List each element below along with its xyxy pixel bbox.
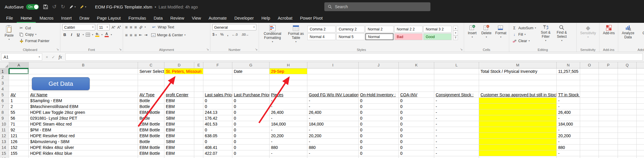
- cell-A2[interactable]: [9, 74, 29, 80]
- format-cells-button[interactable]: Format ▾: [494, 24, 508, 39]
- decrease-indent-icon[interactable]: ⇤: [139, 33, 142, 37]
- cell-J8[interactable]: 0: [359, 109, 399, 115]
- menu-tab-insert[interactable]: Insert: [57, 13, 76, 23]
- paste-button[interactable]: Paste ▾: [1, 24, 17, 42]
- row-header-8[interactable]: 8: [0, 109, 9, 115]
- create-pdf-button[interactable]: Create PDF: [639, 24, 644, 40]
- menu-tab-help[interactable]: Help: [258, 13, 274, 23]
- addins-button[interactable]: Add-ins: [602, 24, 616, 36]
- cell-H9[interactable]: -: [270, 115, 307, 121]
- cell-R4[interactable]: [637, 86, 644, 92]
- italic-button[interactable]: I: [69, 32, 74, 37]
- cell-B9[interactable]: 0291881- Lysol 28oz PET: [29, 115, 138, 121]
- cell-K1[interactable]: [399, 68, 434, 74]
- cell-O7[interactable]: [580, 104, 599, 109]
- menu-tab-macros[interactable]: Macros: [36, 13, 57, 23]
- col-header-B[interactable]: B: [29, 62, 138, 68]
- alignment-dialog-launcher[interactable]: ↘: [206, 47, 209, 51]
- menu-tab-power-pivot[interactable]: Power Pivot: [296, 13, 326, 23]
- cell-K14[interactable]: 0: [399, 145, 434, 150]
- cell-K15[interactable]: 0: [399, 150, 434, 156]
- cell-D10[interactable]: EBM: [164, 121, 194, 127]
- cell-O4[interactable]: [580, 86, 599, 92]
- draw-pen-button[interactable]: ▾: [69, 5, 76, 9]
- cell-O11[interactable]: [580, 127, 599, 133]
- cell-F7[interactable]: 0: [203, 104, 232, 109]
- cell-I16[interactable]: [307, 156, 359, 158]
- menu-tab-home[interactable]: Home: [17, 13, 36, 23]
- autosave-switch[interactable]: On: [26, 4, 39, 10]
- cell-B8[interactable]: HDPE Law Toggle 28oz green: [29, 109, 138, 115]
- cell-O5[interactable]: [580, 92, 599, 98]
- cell-B7[interactable]: $Maschinenstillstand EBM: [29, 104, 138, 109]
- row-header-10[interactable]: 10: [0, 121, 9, 127]
- cell-Q10[interactable]: [618, 121, 637, 127]
- cell-K7[interactable]: 0: [399, 104, 434, 109]
- cell-N15[interactable]: -: [557, 150, 580, 156]
- cell-F10[interactable]: 401.53: [203, 121, 232, 127]
- cell-M10[interactable]: [479, 121, 557, 127]
- cell-A15[interactable]: 155: [9, 150, 29, 156]
- col-header-L[interactable]: L: [434, 62, 479, 68]
- cell-E8[interactable]: [194, 109, 203, 115]
- cell-B12[interactable]: HDPE Resolve 96oz red: [29, 133, 138, 139]
- cell-N7[interactable]: -: [557, 104, 580, 109]
- style-normal[interactable]: Normal: [365, 33, 393, 40]
- cell-G3[interactable]: [232, 80, 270, 86]
- cell-B5[interactable]: AV Name: [29, 92, 138, 98]
- fill-color-button[interactable]: [95, 32, 99, 37]
- cell-R2[interactable]: [637, 74, 644, 80]
- menu-tab-file[interactable]: File: [2, 13, 17, 23]
- cell-L5[interactable]: Consignment Stock :: [434, 92, 479, 98]
- col-header-O[interactable]: O: [580, 62, 599, 68]
- cell-K2[interactable]: [399, 74, 434, 80]
- cell-G8[interactable]: 0: [232, 109, 270, 115]
- cell-E2[interactable]: [194, 74, 203, 80]
- cell-C9[interactable]: Bottle: [138, 115, 164, 121]
- cell-A11[interactable]: 92: [9, 127, 29, 133]
- cell-H12[interactable]: 20,200: [270, 133, 307, 139]
- style-normal-2[interactable]: Normal 2: [365, 26, 393, 32]
- cell-D9[interactable]: SBM: [164, 115, 194, 121]
- cell-D16[interactable]: [164, 156, 194, 158]
- cell-B11[interactable]: $PM - EBM: [29, 127, 138, 133]
- cancel-icon[interactable]: ×: [46, 55, 48, 59]
- cell-O8[interactable]: [580, 109, 599, 115]
- cell-R15[interactable]: [637, 150, 644, 156]
- cell-H7[interactable]: -: [270, 104, 307, 109]
- cell-C15[interactable]: EBM Bottle: [138, 150, 164, 156]
- cell-N4[interactable]: [557, 86, 580, 92]
- cell-M16[interactable]: [479, 156, 557, 158]
- cell-P15[interactable]: [599, 150, 618, 156]
- underline-button[interactable]: U: [76, 32, 81, 37]
- cell-K11[interactable]: 0: [399, 127, 434, 133]
- cell-D13[interactable]: SBM: [164, 139, 194, 145]
- cell-F15[interactable]: 422.07: [203, 150, 232, 156]
- col-header-P[interactable]: P: [599, 62, 618, 68]
- row-header-7[interactable]: 7: [0, 104, 9, 109]
- cell-F9[interactable]: 176.42: [203, 115, 232, 121]
- cell-K10[interactable]: 0: [399, 121, 434, 127]
- search-box[interactable]: Search: [324, 2, 430, 11]
- cell-P2[interactable]: [599, 74, 618, 80]
- row-header-1[interactable]: 1: [0, 68, 9, 74]
- cell-P12[interactable]: [599, 133, 618, 139]
- cell-R11[interactable]: [637, 127, 644, 133]
- cell-L4[interactable]: [434, 86, 479, 92]
- select-all-corner[interactable]: [0, 62, 9, 68]
- menu-tab-data[interactable]: Data: [150, 13, 167, 23]
- fill-button[interactable]: ↓Fill▾: [511, 31, 537, 37]
- cell-D5[interactable]: profit Center: [164, 92, 194, 98]
- cell-P4[interactable]: [599, 86, 618, 92]
- cell-D11[interactable]: EBM: [164, 127, 194, 133]
- cell-A8[interactable]: 55: [9, 109, 29, 115]
- cell-E14[interactable]: [194, 145, 203, 150]
- cell-L3[interactable]: [434, 80, 479, 86]
- cell-P10[interactable]: [599, 121, 618, 127]
- cell-Q1[interactable]: [618, 68, 637, 74]
- menu-tab-developer[interactable]: Developer: [231, 13, 258, 23]
- cell-R9[interactable]: [637, 115, 644, 121]
- align-right-icon[interactable]: ≡: [134, 33, 137, 37]
- cell-G5[interactable]: Last Purchase Price: [232, 92, 270, 98]
- cell-C13[interactable]: Bottle: [138, 139, 164, 145]
